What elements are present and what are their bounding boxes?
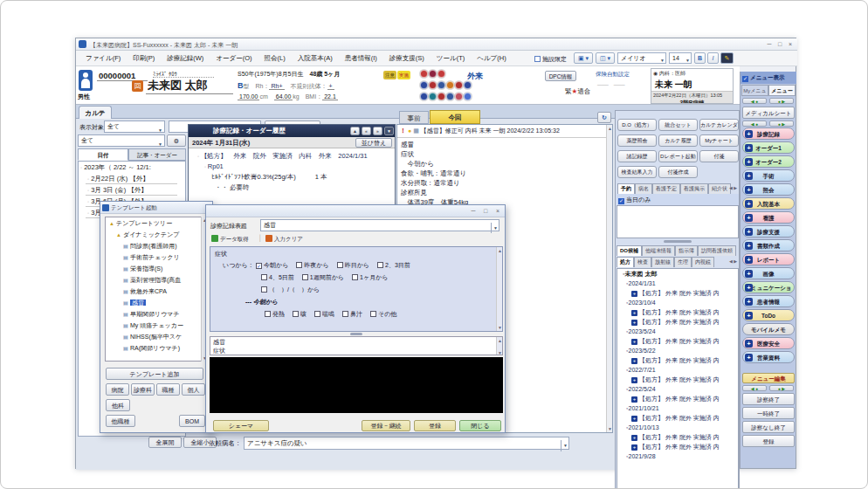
checkbox[interactable] <box>296 262 302 268</box>
refresh-icon[interactable]: ↻ <box>597 112 611 123</box>
insurance-auto-link[interactable]: 保険自動設定 <box>596 71 630 79</box>
editor-canvas[interactable] <box>210 357 503 413</box>
do-tab[interactable]: DO候補 <box>617 245 642 256</box>
do-subtab[interactable]: 内視鏡 <box>692 257 714 267</box>
alert-icon[interactable] <box>420 81 428 89</box>
alert-icon[interactable] <box>429 70 437 78</box>
dpc-info-button[interactable]: DPC情報 <box>545 71 576 81</box>
sidebar-item-診療記録[interactable]: +診療記録 <box>742 127 795 140</box>
checkbox[interactable] <box>261 274 267 280</box>
do-candidate-tree[interactable]: ◦未来図 太郎◦2024/1/31+【処方】 外来 院外 実施済 内◦2023/… <box>617 268 739 489</box>
scroll-top-icon[interactable]: ▲ <box>350 127 360 135</box>
sidebar-item-オーダー1[interactable]: +オーダー1 <box>742 141 795 154</box>
menu-display-checkbox[interactable]: ✓ <box>742 76 748 82</box>
dialog-close-icon[interactable]: × <box>493 206 503 216</box>
quick-tab[interactable]: 病名 <box>635 183 652 194</box>
do-tree-entry[interactable]: +【処方】 外来 院外 実施済 内 <box>617 288 738 298</box>
note-tool-button[interactable]: ▣ ▾ <box>574 52 593 64</box>
template-tree-item[interactable]: ▤NIHSS(脳卒中スケ <box>106 331 207 342</box>
menubar-item[interactable]: 患者情報(I) <box>339 54 383 63</box>
sort-button[interactable]: 並び替え <box>355 138 392 148</box>
sidebar-item-手術[interactable]: +手術 <box>742 169 795 182</box>
schema-button[interactable]: シェーマ <box>213 420 269 431</box>
medical-sheet-button[interactable]: メディカルシート <box>742 107 795 119</box>
quick-tab[interactable]: 紹介状 <box>708 183 731 194</box>
alert-icon[interactable] <box>420 70 428 78</box>
record-title-chevron-icon[interactable]: ▼ <box>491 223 498 233</box>
quick-button[interactable]: カルテカレンダー <box>699 119 739 131</box>
alert-icon[interactable] <box>429 81 437 89</box>
sidebar-item-患者情報[interactable]: +患者情報 <box>742 295 795 307</box>
font-select[interactable]: メイリオ▼ <box>617 52 666 64</box>
tab-scroll-arrows[interactable]: ◀ ▶ <box>729 185 737 190</box>
alert-icon[interactable] <box>464 81 472 89</box>
close-dialog-button[interactable]: 閉じる <box>459 420 501 431</box>
filter-select[interactable]: 全て▼ <box>104 121 165 133</box>
do-tree-date[interactable]: ◦2023/10/4 <box>617 298 738 307</box>
sidebar-item-診療支援[interactable]: +診療支援 <box>742 225 795 238</box>
menubar-item[interactable]: 診療支援(S) <box>383 54 431 63</box>
template-tree-item[interactable]: ▤My 頭痛チェッカー <box>106 320 207 331</box>
do-tree-entry[interactable]: +【処方】 外来 院外 実施済 内 <box>617 307 738 317</box>
template-tree-item[interactable]: ▤感冒 <box>106 297 207 308</box>
sidebar-item-オーダー2[interactable]: +オーダー2 <box>742 155 795 168</box>
alert-icon[interactable] <box>455 81 463 89</box>
preview-box[interactable]: 感冒症状 ▲▼ <box>210 336 503 355</box>
data-fetch-button[interactable]: データ取得 <box>211 235 249 244</box>
appointment-list[interactable] <box>617 205 739 238</box>
bold-button[interactable]: B <box>694 52 706 64</box>
quick-button[interactable]: 付箋作成 <box>658 166 698 178</box>
tab-prior[interactable]: 事前 <box>399 111 429 124</box>
do-tree-entry[interactable]: +【処方】 外来 院外 実施済 内 <box>617 394 738 403</box>
pager-right-bar[interactable]: ● ▶ <box>769 121 794 127</box>
do-tab[interactable]: 訪問看護依頼 <box>698 245 736 256</box>
checkbox[interactable]: ✓ <box>256 263 262 269</box>
checkbox[interactable] <box>352 274 358 280</box>
do-tree-entry[interactable]: +【処方】 外来 院外 実施済 内 <box>617 336 738 346</box>
template-tree-group[interactable]: ▲ダイナミックテンプ <box>106 229 207 240</box>
checkbox[interactable] <box>293 311 299 317</box>
checkbox[interactable] <box>302 274 308 280</box>
quick-button[interactable]: Myチャート <box>699 134 739 147</box>
do-subtab[interactable]: 放射線 <box>651 257 674 267</box>
alert-icon[interactable] <box>455 93 463 100</box>
alert-icon[interactable] <box>446 93 454 100</box>
alert-icon[interactable] <box>446 81 454 89</box>
footer-right-bar[interactable]: ● ▶ <box>769 385 794 391</box>
alert-icon[interactable] <box>429 93 437 100</box>
do-tree-entry[interactable]: +【処方】 外来 院外 実施済 内 <box>617 355 738 365</box>
facility-checkbox[interactable]: 施設限定 <box>534 55 567 64</box>
do-tree-date[interactable]: ◦2024/1/31 <box>617 279 738 288</box>
template-tree-item[interactable]: ▤RA(関節リウマチ) <box>106 342 207 354</box>
sidebar-item-医療安全[interactable]: +医療安全 <box>742 337 795 349</box>
history-entry[interactable]: ◦ 【処方】 外来 院外 実施済 内科 外来 2024/1/31 <box>189 151 395 162</box>
template-tree-root[interactable]: ▲テンプレートツリー <box>106 217 207 229</box>
footer-left-bar[interactable]: ◀ ● <box>742 385 767 391</box>
menubar-item[interactable]: 照会(L) <box>258 54 292 63</box>
alert-icon[interactable] <box>420 93 428 100</box>
record-title-select[interactable]: 感冒 ▼ <box>260 219 499 231</box>
record-vscrollbar[interactable]: ▲ ▼ <box>606 125 612 432</box>
category-button[interactable]: 病院 <box>106 383 129 396</box>
do-subtab[interactable]: 検査 <box>634 257 651 267</box>
dialog-splitter-grip[interactable] <box>350 333 362 335</box>
do-tree-entry[interactable]: +【処方】 外来 院外 実施済 内 <box>617 432 738 442</box>
quick-button[interactable]: 付箋 <box>699 150 739 162</box>
menubar-item[interactable]: ツール(T) <box>431 54 471 63</box>
minimize-button[interactable]: ─ <box>764 39 775 49</box>
tree-year[interactable]: ◦2023年（ 2/22 ～ 12/1: <box>79 162 185 173</box>
pager-left-bar[interactable]: ◀ ● <box>742 121 767 127</box>
today-only-row[interactable]: ✓当日のみ <box>617 194 739 205</box>
template-tree-item[interactable]: ▤栄養指導(S) <box>106 263 207 274</box>
quick-button[interactable]: 検査結果入力 <box>617 166 657 178</box>
checkbox[interactable] <box>261 286 267 293</box>
quick-tab[interactable]: 予約 <box>617 183 635 194</box>
history-content[interactable]: ◦ 【処方】 外来 院外 実施済 内科 外来 2024/1/31 ◦ Rp01 … <box>189 148 395 193</box>
splitter-grip[interactable] <box>664 240 692 243</box>
do-tab[interactable]: 指示簿 <box>675 245 698 256</box>
template-add-button[interactable]: テンプレート追加 <box>106 368 203 380</box>
font-size-select[interactable]: 14▼ <box>669 52 692 64</box>
expand-all-button[interactable]: 全展開 <box>148 437 182 448</box>
menubar-item[interactable]: オーダー(O) <box>210 54 258 63</box>
sidebar-item-ToDo[interactable]: +ToDo <box>742 309 795 321</box>
